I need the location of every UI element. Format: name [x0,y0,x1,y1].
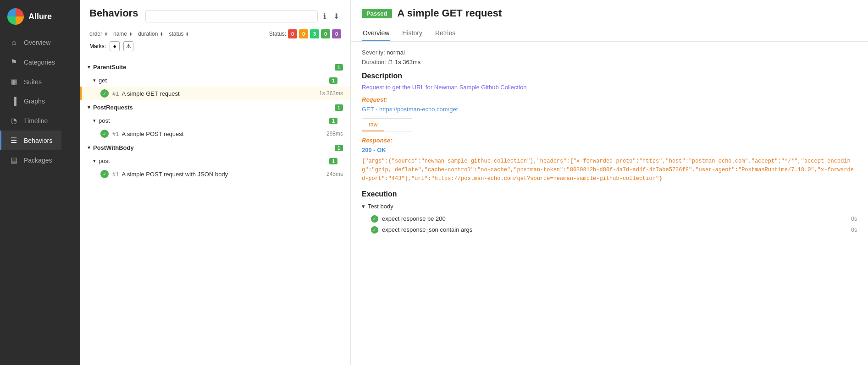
home-icon: ⌂ [9,38,18,47]
info-button[interactable]: ℹ [321,10,328,22]
suite-parent-count: 1 [335,64,343,71]
order-filter[interactable]: order ⬍ [89,31,108,37]
name-arrow: ⬍ [129,32,133,37]
suite-post-body[interactable]: ▾ PostWithBody 1 [80,141,350,155]
sidebar-item-graphs[interactable]: ▐ Graphs [0,92,54,111]
order-arrow: ⬍ [104,32,108,37]
sidebar-item-label-suites: Suites [24,78,42,86]
raw-tab-empty [384,118,412,131]
exec-label-1: expect response be 200 [382,215,446,222]
duration-arrow: ⬍ [160,32,163,37]
sidebar-item-packages[interactable]: ▤ Packages [0,150,61,170]
detail-test-title: A simple GET request [398,7,502,19]
tab-overview[interactable]: Overview [362,26,390,41]
exec-label-2: expect response json contain args [382,226,472,233]
nav-timeline-wrapper: ◔ Timeline [0,111,80,131]
pass-check-icon-3: ✓ [100,170,109,178]
suite-parent-name: ParentSuite [93,64,126,71]
nav-overview-wrapper: ⌂ Overview [0,33,80,52]
subsuite-post-1[interactable]: ▾ post 1 [80,114,350,127]
description-title: Description [362,72,857,80]
raw-tab[interactable]: raw [362,118,384,131]
chevron-down-icon: ▾ [93,77,96,83]
pass-check-icon-2: ✓ [100,130,109,138]
mark-warning-icon[interactable]: ⚠ [123,41,133,51]
filters-row: order ⬍ name ⬍ duration ⬍ status ⬍ Statu… [89,29,341,38]
logo-area: Allure [0,0,80,33]
status-label: status [169,31,183,37]
test-duration-post-1: 298ms [326,131,343,137]
subsuite-post-1-name: post [99,117,110,124]
allure-logo-icon [7,8,24,25]
sidebar-item-categories[interactable]: ⚑ Categories [0,52,64,72]
subsuite-get[interactable]: ▾ get 1 [80,74,350,87]
test-num-1: #1 [112,90,119,97]
test-item-get-1[interactable]: ✓ #1 A simple GET request 1s 363ms [80,87,350,100]
detail-tabs: Overview History Retries [362,26,857,41]
behavior-list: ▾ ParentSuite 1 ▾ get 1 ✓ #1 A simple GE… [80,56,350,365]
passed-badge: Passed [362,9,392,18]
order-label: order [89,31,102,37]
exec-check-icon-2: ✓ [371,226,378,234]
suite-post-requests[interactable]: ▾ PostRequests 1 [80,100,350,114]
exec-item-1: ✓ expect response be 200 0s [362,213,857,224]
sidebar-item-timeline[interactable]: ◔ Timeline [0,111,57,131]
exec-item-2: ✓ expect response json contain args 0s [362,224,857,235]
status-label-text: Status: [269,31,286,37]
sidebar-item-label-overview: Overview [24,39,50,46]
test-item-post-body-1[interactable]: ✓ #1 A simple POST request with JSON bod… [80,167,350,181]
nav-behaviors-wrapper: ☰ Behaviors [0,131,80,150]
panel-title: Behaviors [89,7,138,19]
sidebar-item-behaviors[interactable]: ☰ Behaviors [0,131,61,150]
tab-retries[interactable]: Retries [434,26,456,41]
response-body: {"args":{"source":"newman-sample-github-… [362,157,857,184]
suite-parent[interactable]: ▾ ParentSuite 1 [80,60,350,74]
sidebar-item-label-graphs: Graphs [24,98,45,105]
search-input[interactable] [145,10,318,22]
mark-circle-icon[interactable]: ● [110,41,120,51]
app-name: Allure [28,12,52,22]
get-url: GET - https://postman-echo.com/get [362,106,857,113]
status-filter[interactable]: status ⬍ [169,31,189,37]
subsuite-post-2-name: post [99,158,110,164]
sidebar-item-label-timeline: Timeline [24,117,48,125]
test-item-post-1[interactable]: ✓ #1 A simple POST request 298ms [80,127,350,141]
duration-filter[interactable]: duration ⬍ [138,31,163,37]
subsuite-post-2-count: 1 [329,158,337,164]
chevron-down-icon: ▾ [88,104,90,110]
sidebar-item-overview[interactable]: ⌂ Overview [0,33,60,52]
grid-icon: ▦ [9,77,18,86]
sidebar-item-suites[interactable]: ▦ Suites [0,72,51,92]
severity-row: Severity: normal [362,49,857,56]
passed-count: 3 [310,29,319,38]
exec-duration-2: 0s [851,227,857,233]
exec-check-icon-1: ✓ [371,215,378,223]
severity-value: normal [387,49,405,56]
name-label: name [113,31,127,37]
clock-icon: ◔ [9,116,18,125]
suite-post-body-name: PostWithBody [93,144,134,151]
chevron-down-icon: ▾ [93,118,96,124]
subsuite-get-count: 1 [329,77,337,84]
clock-icon: ⏱ [387,59,393,65]
nav-graphs-wrapper: ▐ Graphs [0,92,80,111]
panel-header: Behaviors ℹ ⬇ order ⬍ name ⬍ duration ⬍ … [80,0,350,56]
test-num-post-body-1: #1 [112,171,119,178]
chevron-down-icon: ▾ [88,145,90,151]
test-name-1: A simple GET request [122,90,179,97]
chart-icon: ▐ [9,97,18,105]
test-body-header[interactable]: ▾ Test body [362,203,857,210]
suite-post-requests-name: PostRequests [93,104,133,111]
chevron-down-icon: ▾ [93,158,96,164]
subsuite-post-2[interactable]: ▾ post 1 [80,155,350,167]
download-button[interactable]: ⬇ [332,10,341,22]
list-icon: ☰ [9,136,18,145]
tab-history[interactable]: History [401,26,423,41]
name-filter[interactable]: name ⬍ [113,31,133,37]
response-status: 200 - OK [362,147,857,153]
package-icon: ▤ [9,156,18,164]
flag-icon: ⚑ [9,58,18,66]
duration-row: Duration: ⏱ 1s 363ms [362,59,857,65]
unknown-count: 0 [332,29,341,38]
broken-count: 0 [299,29,308,38]
